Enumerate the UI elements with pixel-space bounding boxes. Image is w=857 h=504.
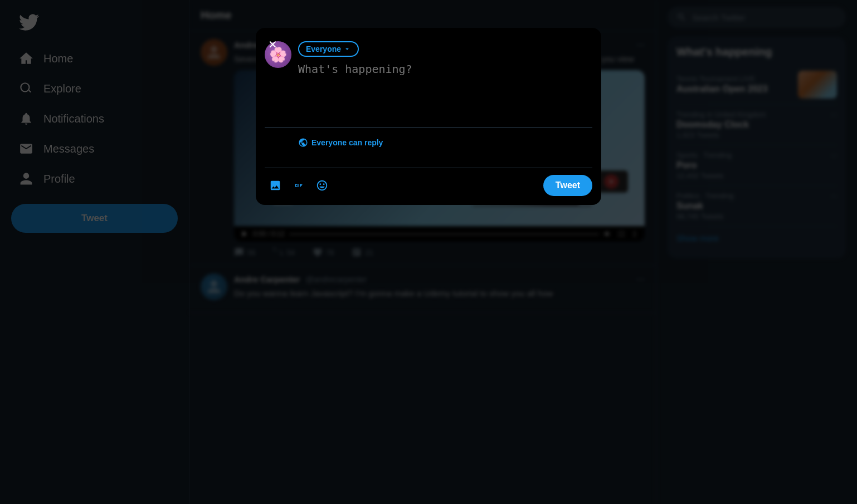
emoji-button[interactable] bbox=[311, 175, 333, 196]
compose-input[interactable] bbox=[298, 62, 592, 118]
emoji-icon bbox=[316, 179, 328, 192]
chevron-down-icon bbox=[343, 45, 351, 53]
reply-setting-row: Everyone can reply bbox=[265, 134, 592, 161]
compose-modal: ✕ 🌸 Everyone Everyone can reply bbox=[256, 28, 601, 205]
modal-divider bbox=[265, 127, 592, 128]
reply-everyone: Everyone can reply bbox=[298, 134, 592, 151]
modal-body: 🌸 Everyone bbox=[265, 41, 592, 120]
image-icon bbox=[269, 179, 281, 192]
tweet-submit-button[interactable]: Tweet bbox=[543, 175, 592, 196]
audience-button[interactable]: Everyone bbox=[298, 41, 359, 57]
modal-close-button[interactable]: ✕ bbox=[262, 35, 283, 55]
modal-footer: Tweet bbox=[265, 175, 592, 196]
reply-everyone-label: Everyone can reply bbox=[311, 138, 383, 147]
image-button[interactable] bbox=[265, 175, 286, 196]
modal-divider-2 bbox=[265, 168, 592, 168]
modal-composer: Everyone bbox=[298, 41, 592, 120]
modal-overlay[interactable]: ✕ 🌸 Everyone Everyone can reply bbox=[0, 0, 857, 504]
modal-media-buttons bbox=[265, 175, 333, 196]
gif-button[interactable] bbox=[288, 175, 309, 196]
gif-icon bbox=[293, 179, 305, 192]
audience-label: Everyone bbox=[306, 45, 341, 53]
globe-icon bbox=[298, 138, 308, 148]
